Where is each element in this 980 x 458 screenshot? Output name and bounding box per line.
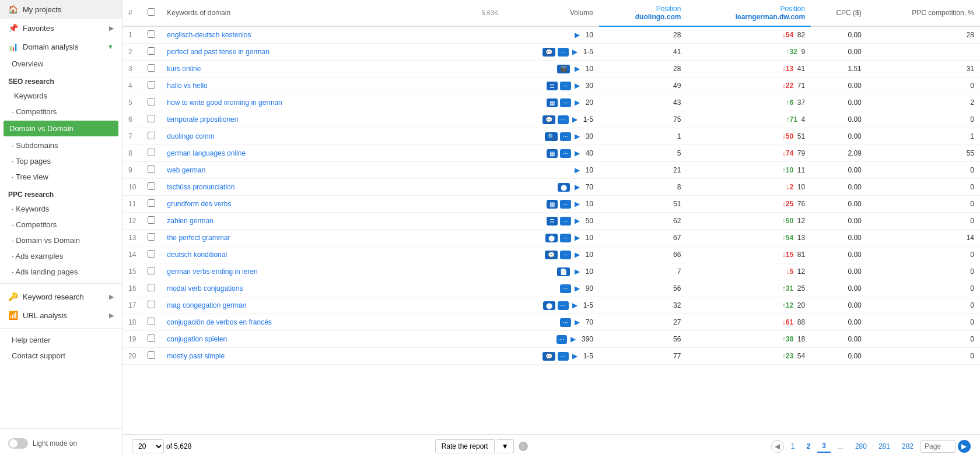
sidebar-item-ppc-keywords[interactable]: · Keywords bbox=[0, 201, 122, 217]
badge-grid[interactable]: ▦ bbox=[547, 98, 558, 107]
select-all-checkbox[interactable] bbox=[148, 8, 155, 16]
sidebar-item-ppc-competitors[interactable]: · Competitors bbox=[0, 217, 122, 232]
keyword-link[interactable]: tschüss pronunciation bbox=[167, 183, 235, 191]
keyword-link[interactable]: duolingo comm bbox=[167, 132, 214, 140]
row-checkbox-9[interactable] bbox=[148, 182, 155, 190]
sidebar-item-tree-view[interactable]: · Tree view bbox=[0, 169, 122, 185]
sidebar-item-subdomains[interactable]: · Subdomains bbox=[0, 138, 122, 153]
more-btn[interactable]: ··· bbox=[558, 352, 568, 361]
row-arrow[interactable]: ▶ bbox=[575, 200, 580, 208]
sidebar-item-ads-landing[interactable]: · Ads landing pages bbox=[0, 264, 122, 280]
row-arrow[interactable]: ▶ bbox=[572, 48, 578, 56]
row-checkbox-4[interactable] bbox=[148, 98, 155, 105]
row-arrow[interactable]: ▶ bbox=[572, 301, 578, 309]
row-arrow[interactable]: ▶ bbox=[575, 149, 580, 157]
row-arrow[interactable]: ▶ bbox=[575, 284, 580, 293]
page-btn-1[interactable]: 1 bbox=[786, 441, 800, 452]
more-btn[interactable]: ··· bbox=[560, 318, 570, 327]
badge-grid[interactable]: ▦ bbox=[547, 149, 558, 158]
badge-circle[interactable]: ⬤ bbox=[558, 183, 570, 192]
more-btn[interactable]: ··· bbox=[556, 335, 567, 344]
sidebar-item-help[interactable]: Help center bbox=[0, 332, 122, 348]
col-pos-domain1-header[interactable]: Position duolingo.com bbox=[599, 0, 687, 26]
badge-grid[interactable]: ▦ bbox=[547, 200, 558, 209]
page-btn-282[interactable]: 282 bbox=[897, 441, 918, 452]
row-checkbox-12[interactable] bbox=[148, 233, 155, 241]
row-arrow[interactable]: ▶ bbox=[575, 166, 580, 174]
prev-page-btn[interactable]: ◀ bbox=[771, 440, 784, 453]
badge-chat[interactable]: 💬 bbox=[545, 251, 558, 259]
badge-list[interactable]: ☰ bbox=[547, 82, 558, 90]
row-checkbox-18[interactable] bbox=[148, 334, 155, 342]
page-btn-281[interactable]: 281 bbox=[874, 441, 895, 452]
row-arrow[interactable]: ▶ bbox=[570, 335, 576, 343]
row-arrow[interactable]: ▶ bbox=[575, 234, 580, 242]
more-btn[interactable]: ··· bbox=[560, 234, 570, 242]
keyword-link[interactable]: mostly past simple bbox=[167, 352, 225, 360]
keyword-link[interactable]: conjugación de verbos en francés bbox=[167, 318, 271, 326]
badge-chat[interactable]: 💬 bbox=[542, 48, 555, 57]
more-btn[interactable]: ··· bbox=[560, 284, 570, 293]
row-checkbox-5[interactable] bbox=[148, 115, 155, 122]
row-arrow[interactable]: ▶ bbox=[575, 251, 580, 259]
row-checkbox-13[interactable] bbox=[148, 250, 155, 258]
keyword-link[interactable]: kurs online bbox=[167, 65, 201, 73]
keyword-link[interactable]: web german bbox=[167, 166, 205, 174]
row-checkbox-15[interactable] bbox=[148, 284, 155, 291]
keyword-link[interactable]: perfect and past tense in german bbox=[167, 48, 269, 56]
row-arrow[interactable]: ▶ bbox=[575, 217, 580, 225]
keyword-link[interactable]: german verbs ending in ieren bbox=[167, 267, 257, 276]
badge-circle[interactable]: ⬤ bbox=[545, 234, 558, 242]
more-btn[interactable]: ··· bbox=[560, 217, 570, 226]
row-arrow[interactable]: ▶ bbox=[575, 98, 580, 107]
more-btn[interactable]: ··· bbox=[560, 98, 570, 107]
more-btn[interactable]: ··· bbox=[558, 115, 568, 124]
keyword-link[interactable]: how to write good morning in german bbox=[167, 98, 282, 107]
badge-circle[interactable]: ⬤ bbox=[543, 301, 555, 310]
col-pos-domain2-header[interactable]: Position learngerman.dw.com bbox=[687, 0, 811, 26]
row-checkbox-8[interactable] bbox=[148, 165, 155, 173]
sidebar-item-ads-examples[interactable]: · Ads examples bbox=[0, 248, 122, 264]
row-checkbox-2[interactable] bbox=[148, 64, 155, 72]
row-arrow[interactable]: ▶ bbox=[572, 352, 578, 360]
more-btn[interactable]: ··· bbox=[560, 82, 570, 90]
sidebar-item-url-analysis[interactable]: 📶 URL analysis ▶ bbox=[0, 306, 122, 325]
page-btn-3[interactable]: 3 bbox=[817, 440, 831, 453]
col-cpc-header[interactable]: CPC ($) bbox=[811, 0, 867, 26]
sidebar-item-contact[interactable]: Contact support bbox=[0, 348, 122, 364]
row-checkbox-17[interactable] bbox=[148, 318, 155, 325]
sidebar-item-overview[interactable]: Overview bbox=[0, 56, 122, 72]
sidebar-item-top-pages[interactable]: · Top pages bbox=[0, 153, 122, 169]
row-arrow[interactable]: ▶ bbox=[575, 183, 580, 191]
keyword-link[interactable]: the perfect grammar bbox=[167, 234, 230, 242]
keyword-link[interactable]: grundform des verbs bbox=[167, 200, 231, 208]
col-keywords-header[interactable]: Keywords of domain 5.63K bbox=[161, 0, 504, 26]
go-to-page-btn[interactable]: ▶ bbox=[958, 440, 971, 453]
keyword-link[interactable]: german languages online bbox=[167, 149, 246, 157]
badge-file[interactable]: 📄 bbox=[557, 267, 570, 276]
badge-chat[interactable]: 💬 bbox=[542, 352, 555, 361]
row-checkbox-3[interactable] bbox=[148, 81, 155, 89]
info-icon[interactable]: i bbox=[519, 442, 528, 451]
sidebar-item-favorites[interactable]: 📌 Favorites ▶ bbox=[0, 19, 122, 37]
light-mode-toggle[interactable] bbox=[8, 438, 28, 449]
row-arrow[interactable]: ▶ bbox=[572, 115, 578, 124]
keyword-link[interactable]: mag congegation german bbox=[167, 301, 246, 309]
keyword-link[interactable]: deutsch konditional bbox=[167, 251, 227, 259]
col-ppc-header[interactable]: PPC competition, % bbox=[867, 0, 980, 26]
keyword-link[interactable]: englisch-deutsch kostenlos bbox=[167, 31, 251, 39]
page-btn-280[interactable]: 280 bbox=[850, 441, 872, 452]
row-checkbox-19[interactable] bbox=[148, 351, 155, 359]
sidebar-item-ppc-domain-vs-domain[interactable]: · Domain vs Domain bbox=[0, 232, 122, 248]
more-btn[interactable]: ··· bbox=[560, 251, 570, 259]
more-btn[interactable]: ··· bbox=[560, 149, 570, 158]
row-checkbox-7[interactable] bbox=[148, 149, 155, 156]
row-arrow[interactable]: ▶ bbox=[575, 31, 580, 39]
sidebar-item-domain-analysis[interactable]: 📊 Domain analysis ▼ bbox=[0, 37, 122, 56]
row-checkbox-10[interactable] bbox=[148, 199, 155, 207]
sidebar-item-keyword-research[interactable]: 🔑 Keyword research ▶ bbox=[0, 287, 122, 306]
row-arrow[interactable]: ▶ bbox=[575, 318, 580, 326]
row-checkbox-14[interactable] bbox=[148, 267, 155, 274]
sidebar-item-my-projects[interactable]: 🏠 My projects bbox=[0, 0, 122, 19]
row-checkbox-11[interactable] bbox=[148, 216, 155, 224]
